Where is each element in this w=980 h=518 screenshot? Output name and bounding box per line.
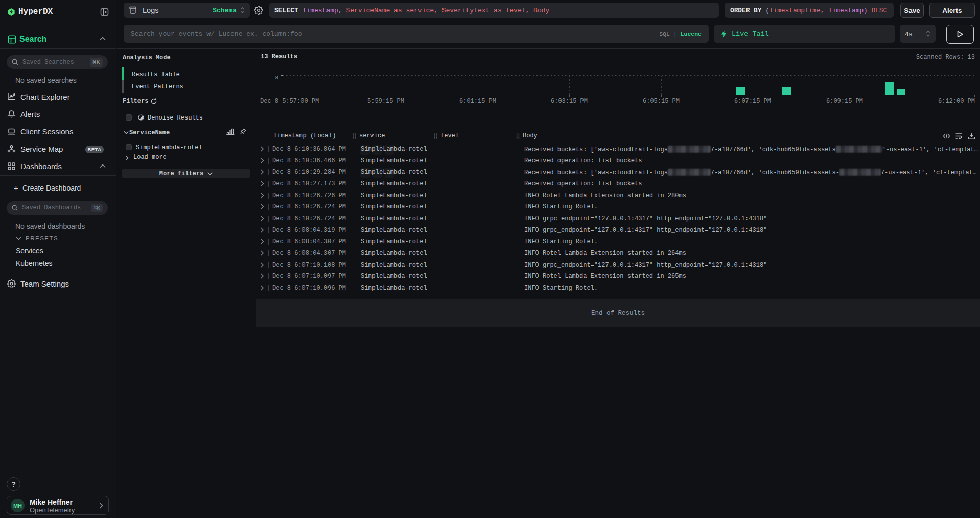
svg-text:6:12:00 PM: 6:12:00 PM bbox=[938, 98, 975, 105]
svg-text:6:05:15 PM: 6:05:15 PM bbox=[643, 98, 680, 105]
svg-text:8: 8 bbox=[275, 75, 278, 81]
svg-text:6:03:15 PM: 6:03:15 PM bbox=[551, 98, 588, 105]
svg-text:Dec 8 5:57:00 PM: Dec 8 5:57:00 PM bbox=[260, 98, 319, 105]
svg-text:6:01:15 PM: 6:01:15 PM bbox=[459, 98, 496, 105]
svg-text:6:09:15 PM: 6:09:15 PM bbox=[826, 98, 863, 105]
svg-text:6:07:15 PM: 6:07:15 PM bbox=[734, 98, 771, 105]
svg-text:5:59:15 PM: 5:59:15 PM bbox=[367, 98, 404, 105]
